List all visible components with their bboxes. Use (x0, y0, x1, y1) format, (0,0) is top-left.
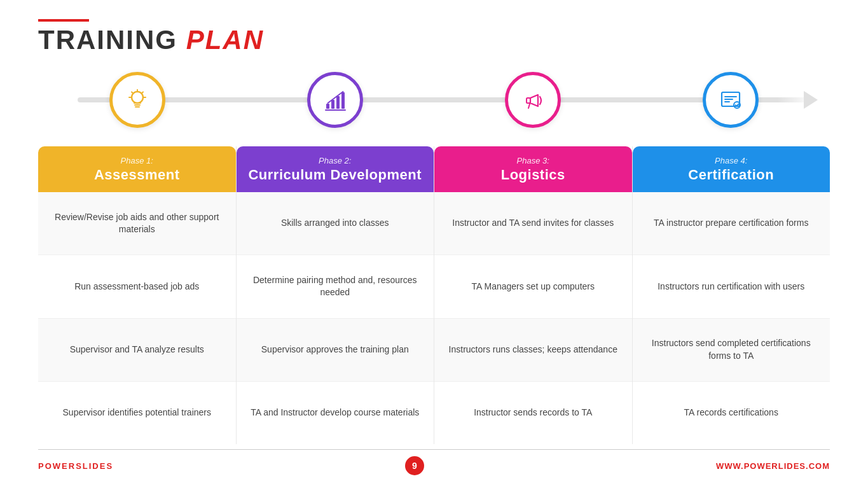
timeline-circle-4 (703, 72, 759, 128)
phase-3-item-1: Instructor and TA send invites for class… (434, 192, 632, 255)
phase-items-1: Review/Revise job aids and other support… (38, 192, 236, 444)
phase-items-3: Instructor and TA send invites for class… (434, 192, 632, 444)
timeline-circle-2 (307, 72, 363, 128)
footer-brand-red: SLIDES (76, 461, 113, 471)
svg-rect-2 (331, 100, 334, 109)
phase-2-item-2: Determine pairing method and, resources … (237, 255, 434, 318)
megaphone-icon (519, 86, 547, 114)
phase-header-2: Phase 2: Curriculum Development (237, 146, 434, 192)
phase-header-1: Phase 1: Assessment (38, 146, 236, 192)
phase-2-item-1: Skills arranged into classes (237, 192, 434, 255)
phase-1-item-3: Supervisor and TA analyze results (38, 319, 236, 382)
certificate-icon (717, 86, 745, 114)
footer-url: WWW.POWERLIDES.COM (716, 461, 830, 471)
footer-brand: POWERSLIDES (38, 461, 113, 471)
phase-4-item-1: TA instructor prepare certification form… (633, 192, 830, 255)
red-line (38, 19, 89, 22)
phase-col-1: Phase 1: Assessment Review/Revise job ai… (38, 146, 237, 444)
phase-col-2: Phase 2: Curriculum Development Skills a… (237, 146, 435, 444)
title-red: PLAN (186, 25, 264, 55)
timeline-circle-3 (505, 72, 561, 128)
timeline-circle-1 (109, 72, 165, 128)
phase-1-item-4: Supervisor identifies potential trainers (38, 382, 236, 444)
phases-section: Phase 1: Assessment Review/Revise job ai… (38, 146, 830, 444)
svg-rect-4 (341, 92, 345, 109)
svg-rect-1 (326, 104, 329, 109)
phase-col-4: Phase 4: Certification TA instructor pre… (633, 146, 830, 444)
phase-1-item-2: Run assessment-based job ads (38, 255, 236, 318)
phase-title-1: Assessment (46, 167, 228, 183)
phase-header-3: Phase 3: Logistics (434, 146, 632, 192)
phase-col-3: Phase 3: Logistics Instructor and TA sen… (434, 146, 633, 444)
chart-icon (321, 86, 349, 114)
phase-items-4: TA instructor prepare certification form… (633, 192, 830, 444)
phase-label-2: Phase 2: (244, 156, 427, 165)
bulb-icon (123, 86, 151, 114)
phase-2-item-4: TA and Instructor develop course materia… (237, 382, 434, 444)
circle-pink (505, 72, 561, 128)
phase-label-4: Phase 4: (640, 156, 823, 165)
timeline-circles (38, 72, 830, 128)
phase-items-2: Skills arranged into classes Determine p… (237, 192, 434, 444)
phase-title-3: Logistics (442, 167, 624, 183)
phase-1-item-1: Review/Revise job aids and other support… (38, 192, 236, 255)
footer: POWERSLIDES 9 WWW.POWERLIDES.COM (38, 449, 830, 475)
phase-header-4: Phase 4: Certification (633, 146, 830, 192)
circle-yellow (109, 72, 165, 128)
circle-purple (307, 72, 363, 128)
phase-title-2: Curriculum Development (244, 167, 427, 183)
header: TRAINING PLAN (38, 19, 830, 53)
phase-label-3: Phase 3: (442, 156, 624, 165)
phase-4-item-3: Instructors send completed certification… (633, 319, 830, 382)
page-title: TRAINING PLAN (38, 27, 830, 53)
phase-label-1: Phase 1: (46, 156, 228, 165)
phase-3-item-3: Instructors runs classes; keeps attendan… (434, 319, 632, 382)
footer-brand-black: POWER (38, 461, 76, 471)
circle-blue (703, 72, 759, 128)
phase-2-item-3: Supervisor approves the training plan (237, 319, 434, 382)
phase-4-item-2: Instructors run certification with users (633, 255, 830, 318)
phase-3-item-2: TA Managers set up computers (434, 255, 632, 318)
title-black: TRAINING (38, 25, 186, 55)
timeline (38, 65, 830, 135)
phase-3-item-4: Instructor sends records to TA (434, 382, 632, 444)
svg-rect-3 (336, 96, 340, 109)
phase-4-item-4: TA records certifications (633, 382, 830, 444)
footer-page-number: 9 (405, 456, 424, 475)
phase-title-4: Certification (640, 167, 823, 183)
